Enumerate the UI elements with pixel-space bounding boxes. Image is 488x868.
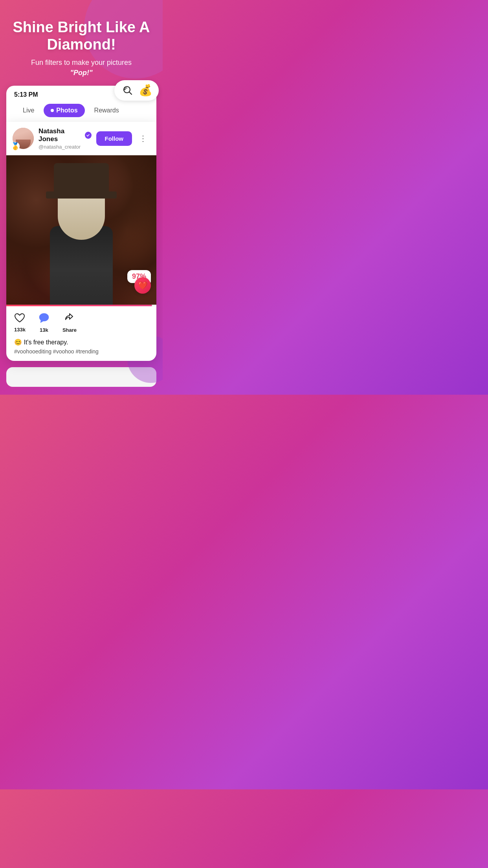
profile-handle: @natasha_creator [39,144,92,150]
tab-rewards[interactable]: Rewards [87,104,126,117]
avatar: 🥇 [13,128,34,149]
actions-row: 133k 13k Share [6,306,156,336]
hero-title: Shine Bright Like A Diamond! [9,19,153,53]
comment-count: 13k [40,327,48,333]
content-card: 🥇 Natasha Jones @natasha_creator Follow … [6,122,156,361]
share-icon [64,313,75,326]
hero-section: Shine Bright Like A Diamond! Fun filters… [0,0,163,86]
caption-tags: #voohooediting #voohoo #trending [14,348,149,355]
search-history-icon[interactable] [121,83,135,97]
hero-subtitle-line1: Fun filters to make your pictures [31,59,132,66]
share-action[interactable]: Share [62,313,77,333]
tab-live[interactable]: Live [16,104,41,117]
post-photo: 97% ❤️ [6,155,156,305]
profile-info: Natasha Jones @natasha_creator [39,127,92,150]
svg-line-1 [129,92,132,94]
like-action[interactable]: 133k [14,313,26,333]
top-bar-card: 5:13 PM 💰 Live Photos Rewards [6,86,156,122]
tab-bar: Live Photos Rewards [14,104,149,122]
comment-action[interactable]: 13k [38,313,50,333]
tab-photos[interactable]: Photos [44,104,84,117]
profile-actions: Follow ⋮ [96,131,150,146]
tab-active-dot [51,109,54,112]
comment-icon [38,313,50,326]
profile-name-row: Natasha Jones [39,127,92,143]
person-figure [42,163,121,305]
person-hat [54,163,109,195]
more-options-button[interactable]: ⋮ [136,131,150,145]
verified-badge-icon [85,132,92,139]
award-badge-icon: 🥇 [11,142,20,151]
top-bar-row: 5:13 PM 💰 [14,91,149,98]
status-time: 5:13 PM [14,91,38,98]
hero-subtitle-pop: "Pop!" [70,69,92,77]
profile-name: Natasha Jones [39,127,83,143]
top-bar-icons: 💰 [114,80,159,101]
like-count: 133k [14,327,26,333]
follow-button[interactable]: Follow [96,131,132,146]
hero-subtitle: Fun filters to make your pictures "Pop!" [9,58,153,77]
caption-area: 😊 It's free therapy. #voohooediting #voo… [6,336,156,361]
money-bag-icon[interactable]: 💰 [139,84,152,97]
rating-heart-icon: ❤️ [134,277,151,294]
share-label: Share [62,327,77,333]
caption-text: 😊 It's free therapy. [14,338,149,346]
heart-icon [14,313,25,326]
profile-row: 🥇 Natasha Jones @natasha_creator Follow … [6,122,156,155]
